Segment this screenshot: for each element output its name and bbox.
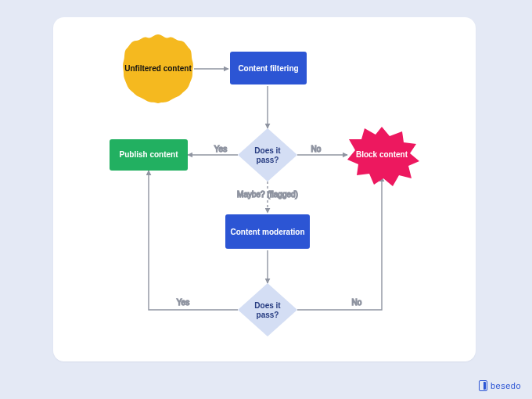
node-label-decision1-line1: Does it <box>254 146 281 155</box>
node-label-moderation: Content moderation <box>231 228 305 236</box>
node-decision-2: Does it pass? <box>238 283 297 336</box>
edge-label-d1-maybe: Maybe? (flagged) <box>237 190 298 199</box>
node-content-moderation: Content moderation <box>225 214 310 249</box>
edge-label-d1-yes: Yes <box>214 145 227 153</box>
node-label-decision2-line1: Does it <box>254 301 281 310</box>
brand-logo: besedo <box>479 380 521 391</box>
node-label-unfiltered: Unfiltered content <box>124 64 192 73</box>
edge-decision2-no <box>297 177 382 310</box>
node-label-publish: Publish content <box>120 150 179 159</box>
node-content-filtering: Content filtering <box>230 52 307 84</box>
page-background: Yes No Maybe? (flagged) Yes No <box>0 0 532 399</box>
node-label-filtering: Content filtering <box>238 64 298 73</box>
brand-logo-icon <box>479 380 487 391</box>
node-decision-1: Does it pass? <box>238 128 297 182</box>
flow-diagram: Yes No Maybe? (flagged) Yes No <box>53 17 476 361</box>
node-label-decision1-line2: pass? <box>257 156 279 164</box>
brand-name: besedo <box>491 381 521 390</box>
node-label-decision2-line2: pass? <box>257 311 279 319</box>
edge-decision2-yes <box>149 171 238 310</box>
svg-marker-5 <box>238 283 297 336</box>
edge-label-d2-no: No <box>352 298 362 307</box>
svg-marker-1 <box>238 128 297 182</box>
diagram-card: Yes No Maybe? (flagged) Yes No <box>53 17 476 361</box>
edge-label-d1-no: No <box>311 145 322 153</box>
node-label-block: Block content <box>356 150 408 159</box>
node-block-content: Block content <box>347 127 419 186</box>
edges: Yes No Maybe? (flagged) Yes No <box>149 69 382 310</box>
node-publish-content: Publish content <box>110 139 188 171</box>
node-unfiltered-content: Unfiltered content <box>123 34 193 103</box>
edge-label-d2-yes: Yes <box>177 298 189 307</box>
